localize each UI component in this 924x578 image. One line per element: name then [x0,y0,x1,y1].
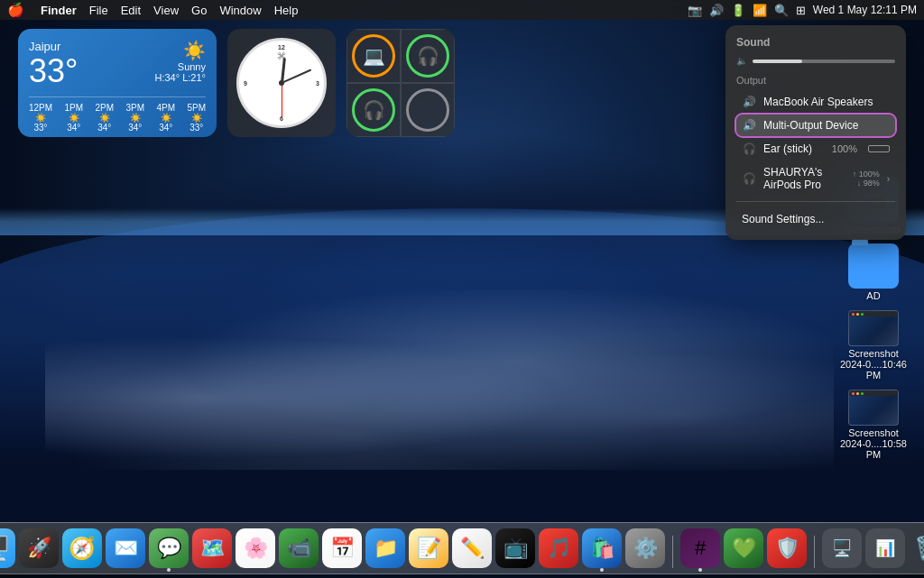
ear-stick-icon: 🎧 [742,142,756,155]
ear-stick-battery: 100% [832,143,857,154]
sound-settings-button[interactable]: Sound Settings... [736,209,895,229]
airpods-arrow-icon: › [887,174,890,184]
forecast-4pm: 4PM☀️34° [156,103,175,133]
hp-headphone-top-cell: 🎧 [401,29,455,83]
dock-messages[interactable]: 💬 [149,528,189,568]
clouds [45,289,834,470]
sound-popup: Sound 🔈 Output 🔊 MacBook Air Speakers 🔊 … [725,25,906,240]
screenshot1-thumb [848,310,899,346]
weather-forecast: 12PM☀️33° 1PM☀️34° 2PM☀️34° 3PM☀️34° 4PM… [29,96,206,133]
dock-music[interactable]: 🎵 [539,528,578,568]
sound-title: Sound [736,36,895,49]
weather-icon: ☀️ [154,40,206,61]
airpods-battery-down: ↓ 98% [857,179,880,188]
multi-output-name: Multi-Output Device [763,119,890,132]
dock-tv[interactable]: 📺 [495,528,535,568]
menubar-app-name[interactable]: Finder [41,4,77,17]
hp-gray-cell [401,83,455,137]
dock-trash[interactable]: 🗑️ [909,528,924,568]
menubar-go[interactable]: Go [191,4,207,17]
control-center-icon[interactable]: ⊞ [796,4,806,17]
search-icon[interactable]: 🔍 [774,4,789,17]
output-label: Output [736,75,895,86]
battery-icon[interactable]: 🔋 [731,4,745,17]
dock-slack[interactable]: # [680,528,720,568]
hp-laptop-cell: 💻 [346,29,401,83]
menubar: 🍎 Finder File Edit View Go Window Help 📷… [0,0,924,20]
output-airpods-pro[interactable]: 🎧 SHAURYA's AirPods Pro ↑ 100% ↓ 98% › [736,161,895,196]
airpods-name: SHAURYA's AirPods Pro [763,166,845,191]
datetime: Wed 1 May 12:11 PM [813,4,917,16]
dock: 🖥️ 🚀 🧭 ✉️ 💬 🗺️ 🌸 📹 📅 📁 [0,522,924,574]
menubar-edit[interactable]: Edit [121,4,141,17]
slack-active-dot [698,568,702,572]
dock-separator-2 [814,536,815,568]
dock-settings[interactable]: ⚙️ [625,528,665,568]
dock-files[interactable]: 📁 [365,528,405,568]
dock-calendar[interactable]: 📅 [322,528,362,568]
dock-maps[interactable]: 🗺️ [192,528,232,568]
wifi-icon[interactable]: 📶 [753,4,767,17]
dock-photos[interactable]: 🌸 [236,528,275,568]
weather-condition: Sunny [154,61,206,72]
widgets-area: Jaipur 33° ☀️ Sunny H:34° L:21° 12PM☀️33… [18,29,455,137]
menubar-help[interactable]: Help [274,4,299,17]
dock-launchpad[interactable]: 🚀 [19,528,59,568]
ad-folder-label: AD [866,290,880,301]
screenshot2-thumb [848,390,899,426]
menubar-right: 📷 🔊 🔋 📶 🔍 ⊞ Wed 1 May 12:11 PM [688,4,917,17]
weather-temp: 33° [29,53,78,89]
ear-stick-name: Ear (stick) [763,142,825,155]
ad-folder-group[interactable]: AD [837,243,910,301]
dock-safari[interactable]: 🧭 [62,528,102,568]
screenshot2-group[interactable]: Screenshot2024-0....10:58 PM [837,390,910,460]
screen-record-icon[interactable]: 📷 [688,4,702,17]
output-multi-device[interactable]: 🔊 Multi-Output Device [736,115,895,136]
volume-icon[interactable]: 🔊 [709,4,724,17]
forecast-5pm: 5PM☀️33° [187,103,206,133]
clock-center [279,80,284,86]
volume-slider[interactable] [753,60,895,63]
menubar-left: 🍎 Finder File Edit View Go Window Help [7,2,688,18]
forecast-3pm: 3PM☀️34° [125,103,144,133]
forecast-2pm: 2PM☀️34° [96,103,115,133]
dock-something2[interactable]: 📊 [865,528,905,568]
macbook-speakers-icon: 🔊 [742,96,756,108]
hp-headphone-bottom-cell: 🎧 [346,83,401,137]
multi-output-icon: 🔊 [742,119,756,132]
menubar-file[interactable]: File [89,4,108,17]
weather-hi-lo: H:34° L:21° [154,72,206,83]
clock-minute-hand [282,69,312,83]
dock-mail[interactable]: ✉️ [106,528,145,568]
screenshot1-group[interactable]: Screenshot2024-0....10:46 PM [837,310,910,381]
messages-active-dot [167,568,171,572]
weather-city: Jaipur [29,40,78,53]
clock-widget[interactable]: 12 3 6 9 [227,29,336,137]
forecast-1pm: 1PM☀️34° [65,103,84,133]
dock-freeform[interactable]: ✏️ [452,528,492,568]
dock-appstore[interactable]: 🛍️ [582,528,622,568]
menubar-view[interactable]: View [153,4,179,17]
output-ear-stick[interactable]: 🎧 Ear (stick) 100% [736,138,895,160]
macbook-speakers-name: MacBook Air Speakers [763,96,890,108]
ad-folder-icon [848,243,899,289]
dock-finder[interactable]: 🖥️ [0,528,15,568]
dock-whatsapp[interactable]: 💚 [724,528,763,568]
vol-low-icon: 🔈 [736,56,747,66]
headphones-widget[interactable]: 💻 🎧 🎧 [346,29,455,137]
dock-facetime[interactable]: 📹 [279,528,319,568]
appstore-active-dot [600,568,604,572]
clock-face: 12 3 6 9 [236,38,327,128]
apple-menu[interactable]: 🍎 [7,2,24,18]
menubar-window[interactable]: Window [219,4,261,17]
sound-divider [736,201,895,202]
dock-something1[interactable]: 🖥️ [822,528,862,568]
forecast-12pm: 12PM☀️33° [29,103,52,133]
volume-fill [753,60,802,63]
dock-vpn[interactable]: 🛡️ [767,528,807,568]
dock-notes[interactable]: 📝 [409,528,448,568]
output-macbook-speakers[interactable]: 🔊 MacBook Air Speakers [736,91,895,113]
screenshot2-label: Screenshot2024-0....10:58 PM [837,427,910,460]
weather-widget[interactable]: Jaipur 33° ☀️ Sunny H:34° L:21° 12PM☀️33… [18,29,217,137]
dock-separator [672,536,673,568]
